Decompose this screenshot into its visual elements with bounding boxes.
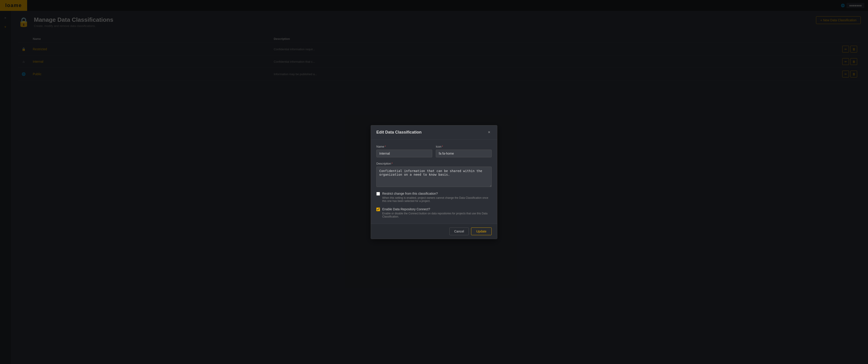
name-form-group: Name* (376, 145, 432, 157)
icon-label: Icon* (436, 145, 492, 148)
restrict-checkbox[interactable] (376, 192, 380, 196)
restrict-desc: When this setting is enabled, project ow… (382, 196, 492, 203)
modal-footer: Cancel Update (371, 224, 497, 239)
enable-repo-desc: Enable or disable the Connect button on … (382, 212, 492, 218)
enable-repo-checkbox-row: Enable Data Repository Connect? Enable o… (376, 207, 492, 218)
enable-repo-checkbox-group: Enable Data Repository Connect? Enable o… (376, 207, 492, 218)
edit-classification-modal: Edit Data Classification × Name* Icon* (371, 125, 497, 239)
enable-repo-label[interactable]: Enable Data Repository Connect? (382, 207, 430, 211)
restrict-label-block: Restrict change from this classification… (382, 192, 492, 203)
desc-required-star: * (392, 162, 393, 165)
restrict-label[interactable]: Restrict change from this classification… (382, 192, 438, 195)
enable-repo-checkbox[interactable] (376, 207, 380, 211)
description-form-group: Description* (376, 162, 492, 187)
enable-repo-label-block: Enable Data Repository Connect? Enable o… (382, 207, 492, 218)
modal-name-icon-row: Name* Icon* (376, 145, 492, 157)
update-button[interactable]: Update (471, 227, 492, 235)
modal-title: Edit Data Classification (376, 130, 422, 135)
name-label: Name* (376, 145, 432, 148)
description-textarea[interactable] (376, 167, 492, 187)
modal-body: Name* Icon* Description* (371, 139, 497, 224)
icon-input[interactable] (436, 150, 492, 157)
modal-header: Edit Data Classification × (371, 125, 497, 139)
icon-required-star: * (442, 145, 443, 148)
modal-close-button[interactable]: × (487, 130, 492, 135)
restrict-checkbox-group: Restrict change from this classification… (376, 192, 492, 203)
description-label: Description* (376, 162, 492, 165)
modal-overlay: Edit Data Classification × Name* Icon* (0, 0, 868, 364)
name-input[interactable] (376, 150, 432, 157)
name-required-star: * (385, 145, 386, 148)
cancel-button[interactable]: Cancel (450, 227, 469, 235)
icon-form-group: Icon* (436, 145, 492, 157)
restrict-checkbox-row: Restrict change from this classification… (376, 192, 492, 203)
